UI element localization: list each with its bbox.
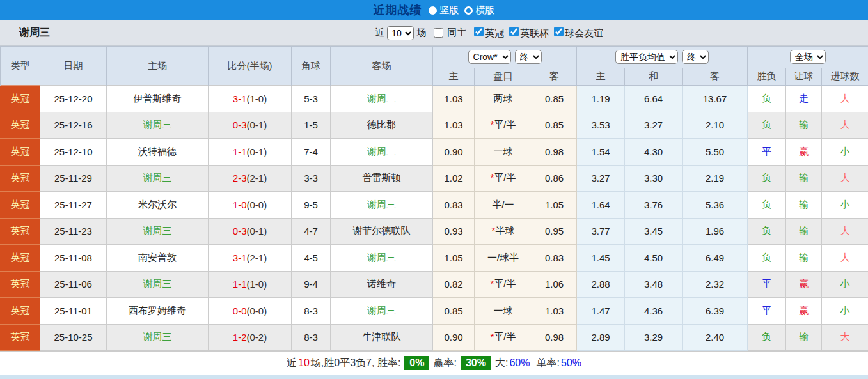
halftime-score: (0-1) [247,226,267,236]
result-handicap-cell: 输 [786,218,822,245]
avg-home-cell: 3.27 [577,165,625,192]
avg-away-cell: 5.36 [683,192,748,219]
fulltime-score: 1-0 [233,199,247,210]
date-cell: 25-12-20 [40,86,107,112]
avg-draw-cell: 3.27 [625,112,683,139]
odds-time-select[interactable]: 终 [515,50,542,64]
avg-home-cell: 3.53 [577,112,625,139]
radio-selected-icon[interactable] [429,6,437,15]
sub-header-8: 进球数 [822,68,868,86]
handicap-cell: *半球 [475,218,532,245]
result-handicap-cell: 输 [786,192,822,219]
home-team-cell[interactable]: 谢周三 [107,271,209,298]
home-team-cell[interactable]: 南安普敦 [107,245,209,272]
league-cell: 英冠 [1,192,40,219]
win-label: 赢率: [433,357,456,370]
near-label: 近 [375,27,384,39]
odds-source-select[interactable]: Crow* [468,50,511,64]
date-cell: 25-11-29 [40,165,107,192]
away-team-cell[interactable]: 谢周三 [331,298,433,325]
filter-bar: 谢周三 近 10 场 同主 英冠英联杯球会友谊 [0,20,868,46]
header-scope-group: 全场 [748,47,868,68]
handicap-cell: 一球 [475,298,532,325]
odds-home-cell: 0.82 [433,271,475,298]
avg-home-cell: 1.47 [577,298,625,325]
away-team-cell[interactable]: 谢周三 [331,139,433,166]
corner-cell: 4-7 [292,218,331,245]
result-wdl-cell: 平 [748,271,786,298]
home-team-cell[interactable]: 沃特福德 [107,139,209,166]
league-checkbox-1[interactable] [509,27,519,36]
avg-draw-cell: 4.30 [625,139,683,166]
handicap-text: 半球 [495,225,514,236]
result-goals-cell: 大 [822,218,868,245]
avg-home-cell: 1.45 [577,245,625,272]
away-team-cell[interactable]: 谢周三 [331,245,433,272]
home-team-cell[interactable]: 谢周三 [107,218,209,245]
radio-horizontal-layout[interactable]: 横版 [464,4,495,17]
radio-unselected-icon[interactable] [464,6,473,15]
league-filter-group: 英冠英联杯球会友谊 [469,27,603,40]
score-cell: 3-1(2-1) [209,245,292,272]
fulltime-score: 2-3 [233,173,247,183]
avg-home-cell: 2.89 [577,324,625,351]
handicap-text: 一球 [494,305,513,316]
date-cell: 25-11-06 [40,271,107,298]
league-checkbox-0[interactable] [474,27,484,36]
sub-header-3: 主 [577,68,625,86]
result-handicap-cell: 走 [786,86,822,112]
home-team-cell[interactable]: 伊普斯维奇 [107,86,209,112]
away-team-cell[interactable]: 谢菲尔德联队 [331,218,433,245]
result-wdl-cell: 负 [748,192,786,219]
home-team-cell[interactable]: 米尔沃尔 [107,192,209,219]
away-team-cell[interactable]: 德比郡 [331,112,433,139]
date-cell: 25-11-08 [40,245,107,272]
team-name: 谢周三 [19,26,50,40]
sub-header-4: 和 [625,68,683,86]
result-handicap-cell: 赢 [786,298,822,325]
sub-header-6: 胜负 [748,68,786,86]
avg-away-cell: 5.50 [683,139,748,166]
handicap-text: 一/球半 [487,252,519,263]
result-handicap-cell: 赢 [786,271,822,298]
date-cell: 25-11-01 [40,298,107,325]
result-wdl-cell: 负 [748,324,786,351]
fulltime-score: 1-2 [233,332,247,343]
league-checkbox-label: 英冠 [485,27,504,38]
fulltime-score: 0-3 [233,226,247,236]
halftime-score: (0-1) [247,120,267,130]
home-team-cell[interactable]: 谢周三 [107,112,209,139]
result-goals-cell: 大 [822,112,868,139]
radio-horizontal-label[interactable]: 横版 [476,4,495,17]
summary-bar: 近10场,胜0平3负7, 胜率: 0% 赢率: 30% 大:60% 单率:50% [0,351,868,375]
away-team-cell[interactable]: 谢周三 [331,192,433,219]
avg-away-cell: 2.32 [683,271,748,298]
summary-record: 场,胜0平3负7, 胜率: [311,357,400,370]
fulltime-score: 1-1 [233,146,247,157]
match-count-select[interactable]: 10 [387,26,414,40]
home-team-cell[interactable]: 西布罗姆维奇 [107,298,209,325]
odds-home-cell: 1.03 [433,86,475,112]
away-team-cell[interactable]: 谢周三 [331,86,433,112]
result-goals-cell: 小 [822,298,868,325]
home-team-cell[interactable]: 谢周三 [107,165,209,192]
league-cell: 英冠 [1,324,40,351]
big-label: 大: [495,357,508,370]
away-team-cell[interactable]: 牛津联队 [331,324,433,351]
avg-source-select[interactable]: 胜平负均值 [615,50,678,64]
scope-select[interactable]: 全场 [790,50,826,64]
fulltime-score: 3-1 [233,252,247,263]
odds-away-cell: 0.95 [532,218,577,245]
radio-vertical-label[interactable]: 竖版 [440,4,459,17]
sub-header-0: 主 [433,68,475,86]
corner-cell: 3-3 [292,165,331,192]
avg-time-select[interactable]: 终 [682,50,709,64]
away-team-cell[interactable]: 普雷斯顿 [331,165,433,192]
league-checkbox-2[interactable] [554,27,564,36]
radio-vertical-layout[interactable]: 竖版 [429,4,459,17]
away-team-cell[interactable]: 诺维奇 [331,271,433,298]
corner-cell: 9-5 [292,192,331,219]
home-team-cell[interactable]: 谢周三 [107,324,209,351]
same-home-checkbox[interactable] [434,28,443,38]
single-label: 单率: [536,357,559,370]
